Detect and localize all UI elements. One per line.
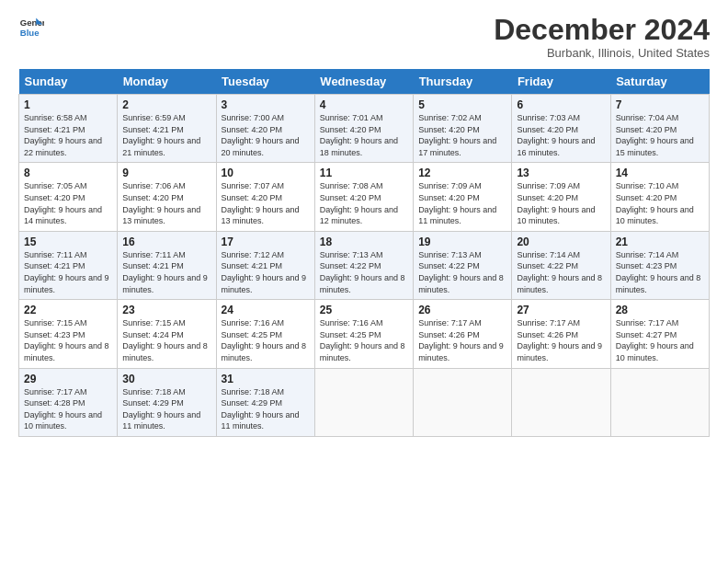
day-number: 17	[222, 236, 310, 248]
day-info: Sunrise: 7:02 AMSunset: 4:20 PMDaylight:…	[418, 112, 506, 158]
day-number: 23	[122, 304, 210, 316]
title-area: December 2024 Burbank, Illinois, United …	[494, 15, 710, 60]
month-title: December 2024	[494, 15, 710, 44]
calendar-cell: 6Sunrise: 7:03 AMSunset: 4:20 PMDaylight…	[512, 95, 610, 163]
day-info: Sunrise: 6:59 AMSunset: 4:21 PMDaylight:…	[122, 112, 210, 158]
day-info: Sunrise: 7:13 AMSunset: 4:22 PMDaylight:…	[418, 249, 506, 295]
day-info: Sunrise: 7:09 AMSunset: 4:20 PMDaylight:…	[418, 180, 506, 226]
day-of-week-friday: Friday	[512, 69, 610, 95]
day-info: Sunrise: 7:16 AMSunset: 4:25 PMDaylight:…	[320, 317, 408, 363]
page: General Blue December 2024 Burbank, Illi…	[0, 0, 728, 563]
calendar-cell: 5Sunrise: 7:02 AMSunset: 4:20 PMDaylight…	[414, 95, 512, 163]
calendar-cell	[314, 368, 413, 436]
calendar-table: SundayMondayTuesdayWednesdayThursdayFrid…	[18, 69, 710, 437]
day-number: 14	[616, 167, 704, 179]
day-info: Sunrise: 7:01 AMSunset: 4:20 PMDaylight:…	[320, 112, 408, 158]
day-number: 10	[222, 167, 310, 179]
day-info: Sunrise: 7:14 AMSunset: 4:23 PMDaylight:…	[616, 249, 704, 295]
day-info: Sunrise: 7:17 AMSunset: 4:27 PMDaylight:…	[616, 317, 704, 363]
calendar-cell: 21Sunrise: 7:14 AMSunset: 4:23 PMDayligh…	[610, 231, 709, 299]
calendar-cell: 23Sunrise: 7:15 AMSunset: 4:24 PMDayligh…	[118, 300, 216, 368]
calendar-week-row: 29Sunrise: 7:17 AMSunset: 4:28 PMDayligh…	[19, 368, 710, 436]
day-info: Sunrise: 7:12 AMSunset: 4:21 PMDaylight:…	[222, 249, 310, 295]
calendar-cell: 22Sunrise: 7:15 AMSunset: 4:23 PMDayligh…	[19, 300, 118, 368]
day-number: 28	[616, 304, 704, 316]
day-info: Sunrise: 7:07 AMSunset: 4:20 PMDaylight:…	[222, 180, 310, 226]
day-info: Sunrise: 7:15 AMSunset: 4:24 PMDaylight:…	[122, 317, 210, 363]
day-info: Sunrise: 7:10 AMSunset: 4:20 PMDaylight:…	[616, 180, 704, 226]
day-of-week-monday: Monday	[118, 69, 216, 95]
day-number: 3	[222, 98, 310, 111]
day-number: 4	[320, 98, 408, 111]
calendar-cell: 14Sunrise: 7:10 AMSunset: 4:20 PMDayligh…	[610, 163, 709, 231]
day-info: Sunrise: 7:03 AMSunset: 4:20 PMDaylight:…	[517, 112, 605, 158]
day-info: Sunrise: 7:13 AMSunset: 4:22 PMDaylight:…	[320, 249, 408, 295]
day-info: Sunrise: 6:58 AMSunset: 4:21 PMDaylight:…	[24, 112, 112, 158]
day-info: Sunrise: 7:04 AMSunset: 4:20 PMDaylight:…	[616, 112, 704, 158]
day-info: Sunrise: 7:14 AMSunset: 4:22 PMDaylight:…	[517, 249, 605, 295]
day-info: Sunrise: 7:18 AMSunset: 4:29 PMDaylight:…	[222, 386, 310, 432]
day-number: 25	[320, 304, 408, 316]
calendar-cell: 19Sunrise: 7:13 AMSunset: 4:22 PMDayligh…	[414, 231, 512, 299]
header: General Blue December 2024 Burbank, Illi…	[18, 15, 710, 60]
calendar-cell: 12Sunrise: 7:09 AMSunset: 4:20 PMDayligh…	[414, 163, 512, 231]
calendar-cell: 8Sunrise: 7:05 AMSunset: 4:20 PMDaylight…	[19, 163, 118, 231]
calendar-cell: 4Sunrise: 7:01 AMSunset: 4:20 PMDaylight…	[314, 95, 413, 163]
day-number: 9	[122, 167, 210, 179]
logo: General Blue	[18, 15, 44, 40]
day-number: 8	[24, 167, 112, 179]
calendar-cell: 9Sunrise: 7:06 AMSunset: 4:20 PMDaylight…	[118, 163, 216, 231]
day-number: 1	[24, 98, 112, 111]
calendar-cell: 30Sunrise: 7:18 AMSunset: 4:29 PMDayligh…	[118, 368, 216, 436]
calendar-cell: 25Sunrise: 7:16 AMSunset: 4:25 PMDayligh…	[314, 300, 413, 368]
calendar-cell: 1Sunrise: 6:58 AMSunset: 4:21 PMDaylight…	[19, 95, 118, 163]
day-info: Sunrise: 7:17 AMSunset: 4:28 PMDaylight:…	[24, 386, 112, 432]
calendar-cell	[512, 368, 610, 436]
calendar-cell: 26Sunrise: 7:17 AMSunset: 4:26 PMDayligh…	[414, 300, 512, 368]
calendar-cell: 24Sunrise: 7:16 AMSunset: 4:25 PMDayligh…	[216, 300, 314, 368]
calendar-week-row: 22Sunrise: 7:15 AMSunset: 4:23 PMDayligh…	[19, 300, 710, 368]
day-of-week-saturday: Saturday	[610, 69, 709, 95]
calendar-cell: 3Sunrise: 7:00 AMSunset: 4:20 PMDaylight…	[216, 95, 314, 163]
calendar-cell: 20Sunrise: 7:14 AMSunset: 4:22 PMDayligh…	[512, 231, 610, 299]
day-info: Sunrise: 7:05 AMSunset: 4:20 PMDaylight:…	[24, 180, 112, 226]
day-info: Sunrise: 7:15 AMSunset: 4:23 PMDaylight:…	[24, 317, 112, 363]
location: Burbank, Illinois, United States	[494, 46, 710, 60]
day-number: 15	[24, 236, 112, 248]
day-of-week-wednesday: Wednesday	[314, 69, 413, 95]
day-number: 6	[517, 98, 605, 111]
calendar-cell: 18Sunrise: 7:13 AMSunset: 4:22 PMDayligh…	[314, 231, 413, 299]
calendar-cell: 2Sunrise: 6:59 AMSunset: 4:21 PMDaylight…	[118, 95, 216, 163]
day-number: 26	[418, 304, 506, 316]
calendar-cell: 13Sunrise: 7:09 AMSunset: 4:20 PMDayligh…	[512, 163, 610, 231]
day-number: 16	[122, 236, 210, 248]
day-info: Sunrise: 7:08 AMSunset: 4:20 PMDaylight:…	[320, 180, 408, 226]
calendar-week-row: 15Sunrise: 7:11 AMSunset: 4:21 PMDayligh…	[19, 231, 710, 299]
calendar-cell: 11Sunrise: 7:08 AMSunset: 4:20 PMDayligh…	[314, 163, 413, 231]
day-of-week-thursday: Thursday	[414, 69, 512, 95]
day-number: 11	[320, 167, 408, 179]
day-number: 7	[616, 98, 704, 111]
day-number: 31	[222, 373, 310, 385]
calendar-cell: 10Sunrise: 7:07 AMSunset: 4:20 PMDayligh…	[216, 163, 314, 231]
day-number: 12	[418, 167, 506, 179]
calendar-cell: 7Sunrise: 7:04 AMSunset: 4:20 PMDaylight…	[610, 95, 709, 163]
day-number: 22	[24, 304, 112, 316]
day-of-week-tuesday: Tuesday	[216, 69, 314, 95]
day-number: 5	[418, 98, 506, 111]
day-number: 20	[517, 236, 605, 248]
calendar-cell: 15Sunrise: 7:11 AMSunset: 4:21 PMDayligh…	[19, 231, 118, 299]
day-info: Sunrise: 7:17 AMSunset: 4:26 PMDaylight:…	[517, 317, 605, 363]
day-info: Sunrise: 7:11 AMSunset: 4:21 PMDaylight:…	[24, 249, 112, 295]
day-info: Sunrise: 7:16 AMSunset: 4:25 PMDaylight:…	[222, 317, 310, 363]
calendar-cell: 28Sunrise: 7:17 AMSunset: 4:27 PMDayligh…	[610, 300, 709, 368]
day-number: 13	[517, 167, 605, 179]
day-number: 24	[222, 304, 310, 316]
calendar-cell	[610, 368, 709, 436]
day-info: Sunrise: 7:17 AMSunset: 4:26 PMDaylight:…	[418, 317, 506, 363]
calendar-week-row: 8Sunrise: 7:05 AMSunset: 4:20 PMDaylight…	[19, 163, 710, 231]
svg-text:Blue: Blue	[20, 28, 40, 38]
day-number: 21	[616, 236, 704, 248]
calendar-week-row: 1Sunrise: 6:58 AMSunset: 4:21 PMDaylight…	[19, 95, 710, 163]
calendar-cell: 29Sunrise: 7:17 AMSunset: 4:28 PMDayligh…	[19, 368, 118, 436]
